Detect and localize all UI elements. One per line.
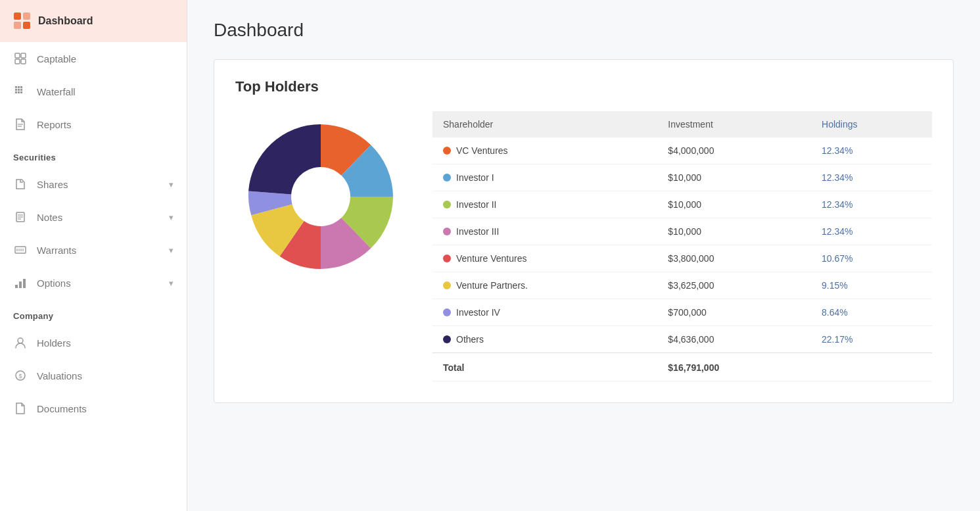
svg-rect-11 (15, 89, 17, 91)
shareholder-name: VC Ventures (456, 145, 508, 156)
page-title: Dashboard (214, 20, 954, 41)
shareholder-name: Venture Ventures (456, 253, 526, 264)
reports-icon (13, 117, 28, 132)
sidebar-item-notes[interactable]: Notes ▾ (0, 201, 187, 233)
investment-cell: $3,625,000 (657, 272, 811, 299)
holdings-cell: 12.34% (811, 137, 932, 164)
sidebar-item-documents[interactable]: Documents (0, 392, 187, 425)
svg-point-34 (291, 167, 350, 226)
notes-label: Notes (37, 212, 62, 223)
shareholder-header: Shareholder (432, 111, 657, 137)
holders-label: Holders (37, 337, 71, 349)
svg-rect-8 (15, 86, 17, 88)
reports-label: Reports (37, 119, 72, 130)
table-row: Others $4,636,000 22.17% (432, 326, 932, 353)
pie-chart-container (235, 111, 406, 282)
table-row: Investor II $10,000 12.34% (432, 191, 932, 218)
sidebar-dashboard-item[interactable]: Dashboard (0, 0, 187, 42)
svg-rect-6 (15, 59, 20, 64)
sidebar-item-options[interactable]: Options ▾ (0, 266, 187, 299)
table-row: Venture Partners. $3,625,000 9.15% (432, 272, 932, 299)
shareholder-cell: Investor IV (432, 299, 657, 326)
svg-rect-1 (23, 12, 30, 20)
total-investment: $16,791,000 (657, 353, 811, 381)
shareholder-cell: Venture Partners. (432, 272, 657, 299)
securities-section-label: Securities (0, 141, 187, 168)
sidebar-item-waterfall[interactable]: Waterfall (0, 75, 187, 108)
svg-rect-16 (20, 91, 22, 93)
holders-icon (13, 335, 28, 350)
svg-rect-12 (18, 89, 20, 91)
investment-cell: $700,000 (657, 299, 811, 326)
options-chevron-icon: ▾ (169, 278, 174, 288)
shareholder-cell: Investor I (432, 164, 657, 191)
total-label: Total (432, 353, 657, 381)
holdings-cell: 12.34% (811, 191, 932, 218)
company-section-label: Company (0, 299, 187, 326)
options-icon (13, 276, 28, 290)
warrants-label: Warrants (37, 245, 76, 256)
holdings-cell: 8.64% (811, 299, 932, 326)
svg-text:$: $ (18, 373, 22, 379)
valuations-label: Valuations (37, 370, 82, 381)
main-content: Dashboard Top Holders (187, 0, 980, 511)
shareholder-cell: Investor III (432, 218, 657, 245)
svg-rect-15 (18, 91, 20, 93)
holdings-cell: 9.15% (811, 272, 932, 299)
svg-rect-30 (23, 279, 26, 288)
shareholder-cell: Investor II (432, 191, 657, 218)
shareholder-name: Investor IV (456, 307, 500, 318)
sidebar-item-captable[interactable]: Captable (0, 42, 187, 75)
holdings-cell: 12.34% (811, 218, 932, 245)
warrants-icon (13, 243, 28, 257)
investment-cell: $4,636,000 (657, 326, 811, 353)
shares-chevron-icon: ▾ (169, 180, 174, 189)
investment-cell: $10,000 (657, 218, 811, 245)
shareholder-cell: VC Ventures (432, 137, 657, 164)
svg-rect-2 (14, 22, 21, 29)
investment-cell: $3,800,000 (657, 245, 811, 272)
valuations-icon: $ (13, 368, 28, 383)
total-holdings (811, 353, 932, 381)
table-row: Investor III $10,000 12.34% (432, 218, 932, 245)
shareholder-name: Investor III (456, 226, 499, 237)
investment-cell: $10,000 (657, 191, 811, 218)
top-holders-card: Top Holders (214, 59, 954, 403)
captable-label: Captable (37, 53, 76, 64)
table-row: Venture Ventures $3,800,000 10.67% (432, 245, 932, 272)
sidebar-dashboard-label: Dashboard (38, 15, 93, 27)
svg-rect-10 (20, 86, 22, 88)
svg-rect-3 (23, 22, 30, 29)
sidebar-item-holders[interactable]: Holders (0, 326, 187, 359)
shares-icon (13, 177, 28, 191)
shareholder-name: Others (456, 334, 484, 345)
holdings-cell: 22.17% (811, 326, 932, 353)
holders-table: Shareholder Investment Holdings VC Ventu… (432, 111, 932, 381)
svg-rect-13 (20, 89, 22, 91)
investment-cell: $4,000,000 (657, 137, 811, 164)
holdings-cell: 12.34% (811, 164, 932, 191)
notes-icon (13, 210, 28, 224)
svg-rect-9 (18, 86, 20, 88)
svg-rect-7 (21, 59, 26, 64)
documents-icon (13, 401, 28, 416)
table-row: VC Ventures $4,000,000 12.34% (432, 137, 932, 164)
svg-rect-5 (21, 53, 26, 58)
waterfall-label: Waterfall (37, 86, 76, 97)
documents-label: Documents (37, 403, 87, 414)
table-row: Investor IV $700,000 8.64% (432, 299, 932, 326)
shareholder-name: Investor II (456, 199, 496, 210)
pie-chart (235, 111, 406, 282)
svg-rect-28 (15, 285, 18, 288)
table-row: Investor I $10,000 12.34% (432, 164, 932, 191)
sidebar-item-shares[interactable]: Shares ▾ (0, 168, 187, 201)
sidebar-item-warrants[interactable]: Warrants ▾ (0, 233, 187, 266)
investment-cell: $10,000 (657, 164, 811, 191)
svg-rect-29 (19, 281, 22, 288)
investment-header: Investment (657, 111, 811, 137)
notes-chevron-icon: ▾ (169, 212, 174, 222)
svg-rect-23 (15, 247, 26, 253)
sidebar-item-valuations[interactable]: $ Valuations (0, 359, 187, 392)
sidebar-item-reports[interactable]: Reports (0, 108, 187, 141)
holdings-cell: 10.67% (811, 245, 932, 272)
